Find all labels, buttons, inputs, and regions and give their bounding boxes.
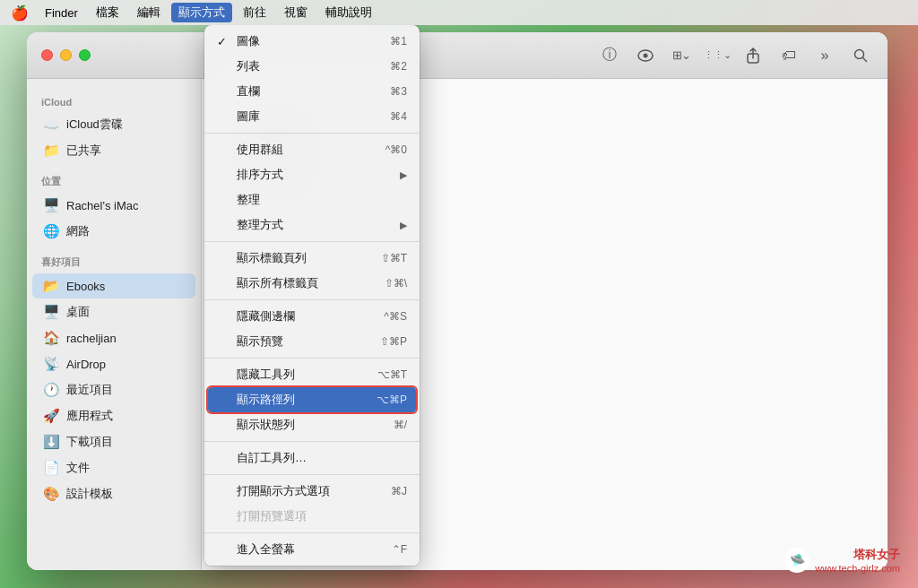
- menu-label-icon-view: 圖像: [237, 33, 260, 49]
- shortcut-hide-toolbar: ⌥⌘T: [377, 368, 407, 381]
- menubar-finder[interactable]: Finder: [38, 4, 85, 22]
- menu-label-arrange-by: 整理方式: [237, 217, 283, 233]
- shortcut-column-view: ⌘3: [390, 85, 407, 98]
- shortcut-open-view-options: ⌘J: [391, 485, 407, 497]
- checkmark-icon: ✓: [217, 35, 231, 48]
- shortcut-use-groups: ^⌘0: [385, 143, 407, 156]
- divider-3: [204, 299, 420, 300]
- menu-label-open-preview-options: 打開預覽選項: [237, 508, 307, 524]
- shortcut-show-preview: ⇧⌘P: [380, 335, 407, 348]
- menu-label-open-view-options: 打開顯示方式選項: [237, 483, 330, 499]
- menu-item-hide-sidebar[interactable]: 隱藏側邊欄 ^⌘S: [204, 304, 420, 329]
- shortcut-show-all-tabs: ⇧⌘\: [385, 277, 407, 290]
- menu-label-gallery-view: 圖庫: [237, 108, 260, 125]
- menu-label-show-preview: 顯示預覽: [237, 333, 283, 350]
- menu-label-sort-by: 排序方式: [237, 167, 283, 183]
- menu-label-clean-up: 整理: [237, 192, 260, 208]
- menubar-file[interactable]: 檔案: [89, 3, 126, 22]
- shortcut-show-status-bar: ⌘/: [394, 419, 407, 431]
- menubar-edit[interactable]: 編輯: [130, 3, 168, 22]
- shortcut-show-tab-bar: ⇧⌘T: [381, 252, 407, 264]
- menu-label-show-all-tabs: 顯示所有標籤頁: [237, 275, 318, 291]
- menubar-view[interactable]: 顯示方式: [171, 3, 232, 22]
- apple-menu[interactable]: 🍎: [11, 4, 29, 22]
- menu-item-show-tab-bar[interactable]: 顯示標籤頁列 ⇧⌘T: [204, 246, 420, 271]
- menu-label-enter-fullscreen: 進入全螢幕: [237, 541, 295, 558]
- shortcut-show-path-bar: ⌥⌘P: [377, 393, 407, 406]
- divider-7: [204, 532, 420, 533]
- menu-label-show-tab-bar: 顯示標籤頁列: [237, 250, 307, 266]
- menu-item-customize-toolbar[interactable]: 自訂工具列…: [204, 445, 420, 471]
- menubar-go[interactable]: 前往: [236, 3, 273, 22]
- divider-5: [204, 441, 420, 442]
- dropdown-overlay: ✓ 圖像 ⌘1 列表 ⌘2 直欄 ⌘3 圖庫: [0, 25, 918, 588]
- menu-label-show-path-bar: 顯示路徑列: [237, 392, 295, 408]
- menu-item-use-groups[interactable]: 使用群組 ^⌘0: [204, 137, 420, 162]
- menu-label-show-status-bar: 顯示狀態列: [237, 417, 295, 433]
- menu-label-customize-toolbar: 自訂工具列…: [237, 450, 307, 466]
- menu-item-show-path-bar[interactable]: 顯示路徑列 ⌥⌘P: [208, 387, 416, 412]
- divider-2: [204, 241, 420, 242]
- divider-4: [204, 358, 420, 359]
- menu-label-column-view: 直欄: [237, 83, 260, 99]
- menu-item-enter-fullscreen[interactable]: 進入全螢幕 ⌃F: [204, 537, 420, 562]
- view-menu-dropdown: ✓ 圖像 ⌘1 列表 ⌘2 直欄 ⌘3 圖庫: [204, 25, 420, 566]
- arrow-sort-by: ▶: [400, 169, 407, 181]
- menu-label-hide-sidebar: 隱藏側邊欄: [237, 308, 295, 324]
- menu-item-column-view[interactable]: 直欄 ⌘3: [204, 79, 420, 104]
- menu-label-list-view: 列表: [237, 58, 260, 74]
- menubar: 🍎 Finder 檔案 編輯 顯示方式 前往 視窗 輔助說明: [0, 0, 918, 25]
- menu-item-list-view[interactable]: 列表 ⌘2: [204, 54, 420, 79]
- divider-6: [204, 474, 420, 475]
- shortcut-hide-sidebar: ^⌘S: [384, 310, 407, 323]
- divider-1: [204, 133, 420, 134]
- shortcut-gallery-view: ⌘4: [390, 110, 407, 123]
- menu-item-arrange-by[interactable]: 整理方式 ▶: [204, 212, 420, 238]
- menu-label-use-groups: 使用群組: [237, 142, 283, 158]
- menubar-help[interactable]: 輔助說明: [318, 3, 379, 22]
- menu-item-show-all-tabs[interactable]: 顯示所有標籤頁 ⇧⌘\: [204, 271, 420, 296]
- menu-item-gallery-view[interactable]: 圖庫 ⌘4: [204, 104, 420, 129]
- shortcut-list-view: ⌘2: [390, 60, 407, 73]
- menu-item-open-preview-options: 打開預覽選項: [204, 504, 420, 529]
- shortcut-enter-fullscreen: ⌃F: [392, 543, 407, 556]
- menu-item-show-preview[interactable]: 顯示預覽 ⇧⌘P: [204, 329, 420, 354]
- shortcut-icon-view: ⌘1: [390, 35, 407, 48]
- menu-item-hide-toolbar[interactable]: 隱藏工具列 ⌥⌘T: [204, 362, 420, 387]
- menu-item-icon-view[interactable]: ✓ 圖像 ⌘1: [204, 29, 420, 54]
- menu-label-hide-toolbar: 隱藏工具列: [237, 367, 295, 383]
- arrow-arrange-by: ▶: [400, 220, 407, 231]
- menubar-window[interactable]: 視窗: [277, 3, 315, 22]
- menu-item-sort-by[interactable]: 排序方式 ▶: [204, 162, 420, 187]
- menu-item-clean-up[interactable]: 整理: [204, 187, 420, 212]
- menu-item-open-view-options[interactable]: 打開顯示方式選項 ⌘J: [204, 479, 420, 504]
- menu-item-show-status-bar[interactable]: 顯示狀態列 ⌘/: [204, 412, 420, 437]
